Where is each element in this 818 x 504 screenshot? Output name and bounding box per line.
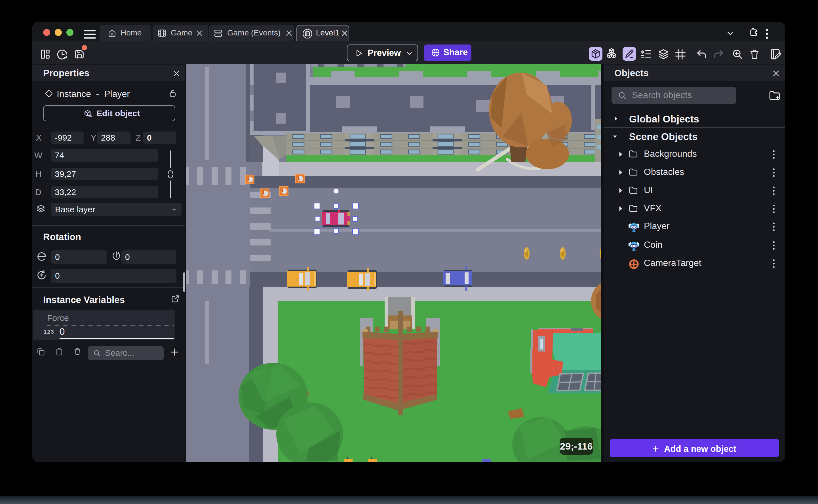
svg-text:3D: 3D <box>88 115 92 118</box>
svg-text:29;-116: 29;-116 <box>560 441 593 452</box>
